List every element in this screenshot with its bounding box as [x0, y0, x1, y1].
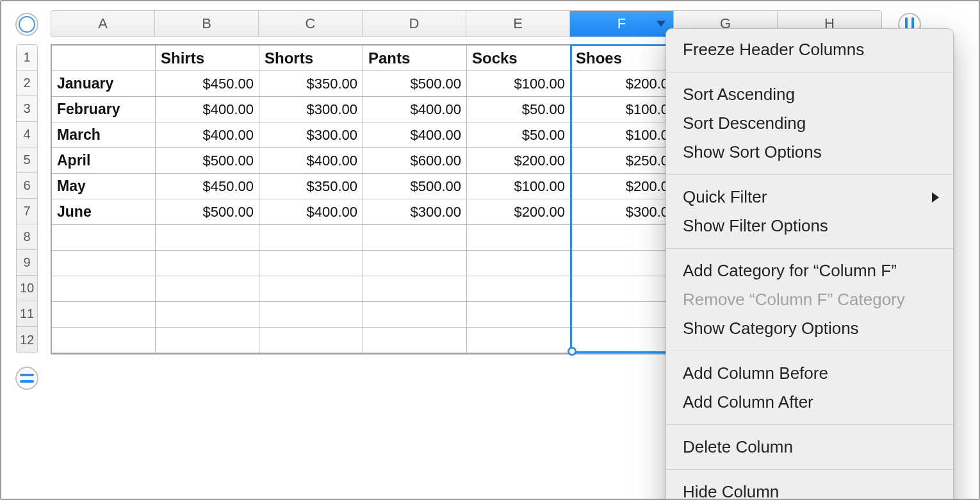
table-cell-empty[interactable] [259, 276, 363, 302]
menu-item-show-filter-options[interactable]: Show Filter Options [666, 212, 953, 240]
menu-item-show-sort-options[interactable]: Show Sort Options [666, 138, 953, 167]
table-header-cell[interactable]: Shirts [156, 46, 259, 71]
table-cell-empty[interactable] [52, 328, 156, 353]
row-header-1[interactable]: 1 [17, 45, 37, 71]
table-cell[interactable]: $200.00 [467, 199, 571, 225]
table-cell[interactable]: $500.00 [363, 174, 467, 199]
table-row-label[interactable]: June [52, 199, 156, 225]
column-header-d[interactable]: D [363, 11, 466, 37]
table-cell[interactable]: $400.00 [156, 122, 259, 148]
table-header-cell[interactable]: Shorts [259, 46, 363, 71]
table-cell[interactable]: $400.00 [156, 97, 259, 122]
table-cell[interactable]: $100.0 [571, 97, 674, 122]
table-cell-empty[interactable] [363, 302, 467, 328]
table-cell-empty[interactable] [363, 276, 467, 302]
table-cell-empty[interactable] [571, 251, 674, 276]
column-header-c[interactable]: C [259, 11, 363, 37]
menu-item-delete-column[interactable]: Delete Column [666, 433, 953, 462]
table-cell[interactable]: $400.00 [363, 97, 467, 122]
menu-item-add-column-after[interactable]: Add Column After [666, 388, 953, 417]
table-cell-empty[interactable] [156, 328, 259, 353]
row-header-6[interactable]: 6 [17, 173, 37, 199]
table-cell-empty[interactable] [259, 302, 363, 328]
table-cell[interactable]: $200.0 [571, 174, 674, 199]
row-header-4[interactable]: 4 [17, 122, 37, 147]
column-header-e[interactable]: E [466, 11, 570, 37]
select-all-handle[interactable] [15, 13, 38, 36]
menu-item-hide-column[interactable]: Hide Column [666, 478, 953, 500]
table-cell-empty[interactable] [467, 302, 571, 328]
table-cell-empty[interactable] [571, 225, 674, 251]
table-cell[interactable]: $200.00 [467, 148, 571, 174]
column-header-b[interactable]: B [155, 11, 259, 37]
table-row-label[interactable]: May [52, 174, 156, 199]
table-cell-empty[interactable] [259, 328, 363, 353]
row-header-2[interactable]: 2 [17, 71, 37, 96]
table-cell[interactable]: $500.00 [156, 199, 259, 225]
row-header-7[interactable]: 7 [17, 199, 37, 224]
menu-item-show-category-options[interactable]: Show Category Options [666, 314, 953, 343]
table-cell[interactable]: $300.00 [259, 97, 363, 122]
table-cell-empty[interactable] [363, 328, 467, 353]
table-cell-empty[interactable] [52, 225, 156, 251]
menu-item-sort-ascending[interactable]: Sort Ascending [666, 80, 953, 109]
table-cell-empty[interactable] [52, 302, 156, 328]
table-cell[interactable]: $100.00 [467, 71, 571, 97]
table-cell-empty[interactable] [467, 225, 571, 251]
table-cell[interactable]: $50.00 [467, 97, 571, 122]
table-cell[interactable]: $450.00 [156, 174, 259, 199]
chevron-down-icon[interactable] [657, 21, 666, 27]
table-cell-empty[interactable] [156, 225, 259, 251]
table-cell[interactable]: $350.00 [259, 174, 363, 199]
column-header-a[interactable]: A [51, 11, 155, 37]
table-cell-empty[interactable] [52, 251, 156, 276]
table-header-cell[interactable] [52, 46, 156, 71]
row-header-3[interactable]: 3 [17, 96, 37, 122]
table-cell[interactable]: $200.0 [571, 71, 674, 97]
table-header-cell[interactable]: Socks [467, 46, 571, 71]
table-cell[interactable]: $300.00 [363, 199, 467, 225]
table-cell[interactable]: $100.00 [467, 174, 571, 199]
menu-item-add-column-before[interactable]: Add Column Before [666, 359, 953, 388]
table-cell[interactable]: $450.00 [156, 71, 259, 97]
table-row-label[interactable]: January [52, 71, 156, 97]
table-cell-empty[interactable] [52, 276, 156, 302]
menu-item-quick-filter[interactable]: Quick Filter [666, 183, 953, 212]
table-cell-empty[interactable] [467, 276, 571, 302]
add-rows-handle[interactable] [15, 367, 38, 390]
table-header-cell[interactable]: Shoes [571, 46, 674, 71]
table-cell[interactable]: $600.00 [363, 148, 467, 174]
table-cell[interactable]: $100.0 [571, 122, 674, 148]
table-cell-empty[interactable] [363, 225, 467, 251]
table-cell-empty[interactable] [259, 225, 363, 251]
table-cell-empty[interactable] [259, 251, 363, 276]
table-cell-empty[interactable] [363, 251, 467, 276]
table-header-cell[interactable]: Pants [363, 46, 467, 71]
row-header-12[interactable]: 12 [17, 327, 37, 353]
table-row-label[interactable]: March [52, 122, 156, 148]
table-cell[interactable]: $400.00 [363, 122, 467, 148]
table-cell[interactable]: $500.00 [363, 71, 467, 97]
row-header-5[interactable]: 5 [17, 147, 37, 173]
row-header-9[interactable]: 9 [17, 250, 37, 276]
table-cell-empty[interactable] [467, 251, 571, 276]
row-header-11[interactable]: 11 [17, 301, 37, 327]
table-cell-empty[interactable] [156, 276, 259, 302]
table-cell-empty[interactable] [571, 328, 674, 353]
table-cell[interactable]: $350.00 [259, 71, 363, 97]
table-cell[interactable]: $400.00 [259, 148, 363, 174]
table-cell[interactable]: $400.00 [259, 199, 363, 225]
table-row-label[interactable]: February [52, 97, 156, 122]
table-cell-empty[interactable] [571, 276, 674, 302]
table-cell[interactable]: $250.0 [571, 148, 674, 174]
column-header-f[interactable]: F [570, 11, 674, 37]
menu-item-freeze-header-columns[interactable]: Freeze Header Columns [666, 35, 953, 64]
table-cell[interactable]: $500.00 [156, 148, 259, 174]
menu-item-sort-descending[interactable]: Sort Descending [666, 109, 953, 138]
menu-item-add-category-for-column-f[interactable]: Add Category for “Column F” [666, 256, 953, 285]
table-cell-empty[interactable] [571, 302, 674, 328]
table-cell[interactable]: $300.0 [571, 199, 674, 225]
table-cell[interactable]: $300.00 [259, 122, 363, 148]
table-cell-empty[interactable] [156, 251, 259, 276]
table-row-label[interactable]: April [52, 148, 156, 174]
